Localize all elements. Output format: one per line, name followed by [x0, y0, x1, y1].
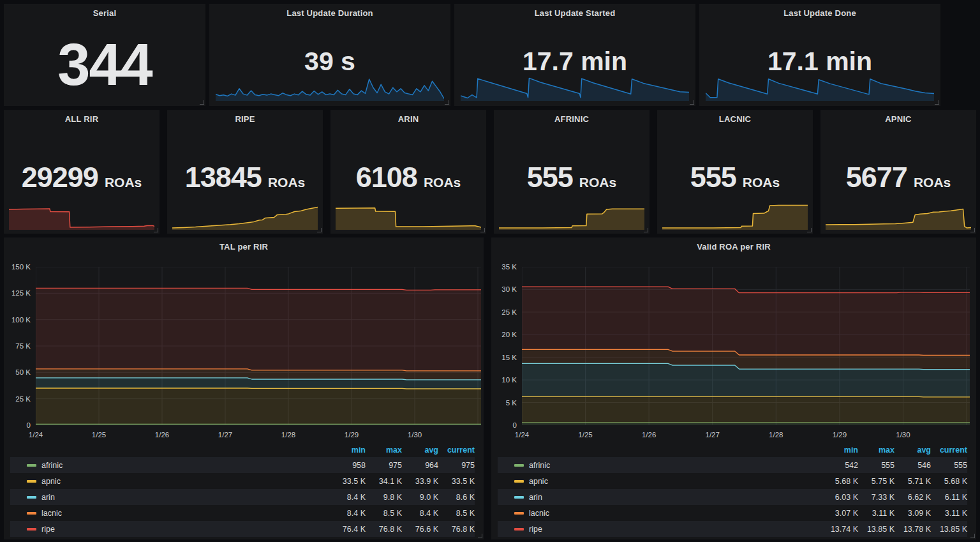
x-axis-tick: 1/25 [84, 430, 114, 439]
y-axis-tick: 75 K [4, 342, 31, 350]
legend-column-avg[interactable]: avg [402, 446, 438, 455]
legend-row-lacnic[interactable]: lacnic8.4 K8.5 K8.4 K8.5 K [10, 505, 475, 521]
panel-arin: ARIN 6108 ROAs [330, 110, 486, 234]
legend-series-name[interactable]: arin [41, 493, 55, 502]
panel-resize-handle[interactable] [970, 228, 975, 232]
panel-resize-handle[interactable] [317, 228, 322, 232]
legend-column-current[interactable]: current [438, 446, 475, 455]
panel-title[interactable]: TAL per RIR [4, 242, 484, 252]
panel-title[interactable]: ARIN [330, 114, 486, 124]
x-axis-tick: 1/29 [824, 430, 855, 439]
panel-title[interactable]: Last Update Done [699, 8, 940, 18]
plot-area[interactable] [36, 267, 481, 425]
panel-resize-handle[interactable] [480, 228, 485, 232]
legend-header: minmaxavgcurrent [10, 443, 475, 457]
legend-value-min: 3.07 K [822, 509, 858, 518]
x-axis-tick: 1/26 [634, 430, 664, 439]
legend-row-ripe[interactable]: ripe13.74 K13.85 K13.78 K13.85 K [498, 521, 967, 537]
legend-series-name[interactable]: lacnic [529, 509, 549, 518]
legend-column-min[interactable]: min [329, 446, 366, 455]
legend-value-max: 7.33 K [858, 493, 895, 502]
legend-value-avg: 33.9 K [402, 477, 438, 486]
legend-row-arin[interactable]: arin8.4 K9.8 K9.0 K8.6 K [10, 489, 475, 505]
legend-value-min: 13.74 K [822, 525, 858, 534]
legend-series-name[interactable]: apnic [529, 477, 548, 486]
legend-series-name[interactable]: afrinic [41, 461, 63, 470]
legend-row-apnic[interactable]: apnic5.68 K5.75 K5.71 K5.68 K [498, 473, 967, 489]
y-axis-tick: 150 K [4, 262, 31, 271]
y-axis-tick: 0 [490, 421, 517, 430]
x-axis-tick: 1/27 [210, 430, 241, 439]
panel-valid-roa-per-rir: Valid ROA per RIR minmaxavgcurrentafrini… [491, 237, 976, 539]
legend-value-max: 555 [858, 461, 895, 470]
legend-value-max: 9.8 K [366, 493, 402, 502]
apnic-sparkline [826, 200, 971, 230]
panel-last-update-started: Last Update Started 17.7 min [454, 4, 695, 106]
panel-resize-handle[interactable] [445, 100, 449, 105]
stat-unit: ROAs [424, 175, 461, 190]
started-sparkline [461, 77, 689, 101]
legend-series-name[interactable]: apnic [41, 477, 61, 486]
legend-column-max[interactable]: max [366, 446, 402, 455]
y-axis-tick: 15 K [490, 353, 517, 362]
panel-resize-handle[interactable] [807, 228, 812, 232]
plot-area[interactable] [522, 267, 970, 425]
panel-title[interactable]: Last Update Duration [209, 8, 450, 18]
x-axis-tick: 1/27 [697, 430, 728, 439]
panel-title[interactable]: Last Update Started [454, 8, 695, 18]
legend-row-apnic[interactable]: apnic33.5 K34.1 K33.9 K33.5 K [10, 473, 475, 489]
legend-column-max[interactable]: max [858, 446, 895, 455]
panel-resize-handle[interactable] [154, 228, 158, 232]
panel-title[interactable]: Serial [4, 8, 205, 18]
legend-value-avg: 76.6 K [402, 525, 438, 534]
legend-value-current: 6.11 K [931, 493, 967, 502]
panel-title[interactable]: Valid ROA per RIR [491, 242, 976, 252]
panel-resize-handle[interactable] [690, 100, 694, 105]
x-axis-tick: 1/26 [147, 430, 177, 439]
legend-row-afrinic[interactable]: afrinic958975964975 [10, 457, 475, 473]
legend-series-name[interactable]: afrinic [529, 461, 550, 470]
legend-row-afrinic[interactable]: afrinic542555546555 [498, 457, 967, 473]
legend-row-ripe[interactable]: ripe76.4 K76.8 K76.6 K76.8 K [10, 521, 475, 537]
panel-title[interactable]: RIPE [167, 114, 323, 124]
panel-resize-handle[interactable] [478, 534, 482, 538]
x-axis-tick: 1/30 [399, 430, 430, 439]
stat-unit: ROAs [914, 175, 951, 190]
panel-resize-handle[interactable] [644, 228, 648, 232]
panel-tal-per-rir: TAL per RIR minmaxavgcurrentafrinic95897… [4, 237, 484, 539]
panel-resize-handle[interactable] [200, 100, 204, 105]
y-axis-tick: 0 [4, 421, 31, 430]
legend-series-name[interactable]: ripe [41, 525, 55, 534]
panel-title[interactable]: AFRINIC [494, 114, 650, 124]
panel-title[interactable]: APNIC [820, 114, 976, 124]
legend-value-current: 975 [438, 461, 475, 470]
legend-swatch [514, 464, 524, 467]
legend-row-lacnic[interactable]: lacnic3.07 K3.11 K3.09 K3.11 K [498, 505, 967, 521]
legend-swatch [514, 480, 524, 483]
panel-afrinic: AFRINIC 555 ROAs [494, 110, 650, 234]
panel-resize-handle[interactable] [970, 534, 975, 538]
legend-value-current: 13.85 K [931, 525, 967, 534]
panel-title[interactable]: LACNIC [657, 114, 813, 124]
panel-resize-handle[interactable] [935, 100, 939, 105]
legend-value-min: 542 [822, 461, 858, 470]
legend-value-max: 76.8 K [366, 525, 402, 534]
legend-column-current[interactable]: current [931, 446, 967, 455]
stat-value: 555 [527, 163, 573, 192]
panel-title[interactable]: ALL RIR [4, 114, 160, 124]
legend-value-avg: 8.4 K [402, 509, 438, 518]
legend-value-current: 5.68 K [931, 477, 967, 486]
legend-series-name[interactable]: ripe [529, 525, 542, 534]
legend-series-name[interactable]: arin [529, 493, 542, 502]
legend-series-name[interactable]: lacnic [41, 509, 62, 518]
y-axis-tick: 10 K [490, 375, 517, 384]
legend-row-arin[interactable]: arin6.03 K7.33 K6.62 K6.11 K [498, 489, 967, 505]
legend-swatch [27, 512, 36, 515]
legend-column-min[interactable]: min [822, 446, 858, 455]
stat-value: 555 [690, 163, 736, 192]
legend-value-min: 33.5 K [329, 477, 366, 486]
legend-value-min: 8.4 K [329, 509, 366, 518]
legend-value-avg: 546 [895, 461, 931, 470]
legend-value-current: 555 [931, 461, 967, 470]
legend-column-avg[interactable]: avg [895, 446, 931, 455]
